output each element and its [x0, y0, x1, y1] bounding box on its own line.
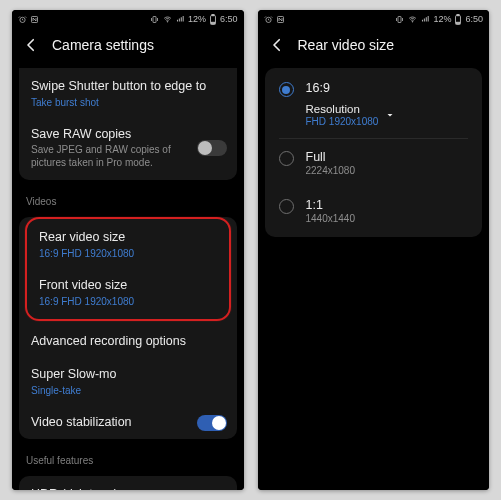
- header: Rear video size: [258, 28, 490, 62]
- highlight-video-sizes: Rear video size 16:9 FHD 1920x1080 Front…: [25, 217, 231, 320]
- svg-point-3: [167, 21, 168, 22]
- nfc-icon: [276, 15, 285, 24]
- row-sub: Take burst shot: [31, 96, 225, 109]
- row-sub: 16:9 FHD 1920x1080: [39, 247, 217, 260]
- option-sub: 1440x1440: [306, 213, 469, 224]
- section-videos: Videos: [12, 186, 244, 211]
- row-super-slow-mo[interactable]: Super Slow-mo Single-take: [19, 358, 237, 406]
- svg-rect-12: [457, 14, 459, 15]
- row-title: Rear video size: [39, 230, 217, 246]
- option-16-9[interactable]: 16:9 Resolution FHD 1920x1080: [265, 70, 483, 138]
- battery-icon: [209, 14, 217, 25]
- option-1-1[interactable]: 1:1 1440x1440: [265, 187, 483, 235]
- resolution-value: FHD 1920x1080: [306, 116, 379, 127]
- svg-rect-2: [153, 16, 156, 22]
- svg-rect-5: [212, 14, 214, 15]
- resolution-dropdown[interactable]: Resolution FHD 1920x1080: [306, 103, 469, 127]
- resolution-label: Resolution: [306, 103, 379, 115]
- row-advanced-recording[interactable]: Advanced recording options: [19, 325, 237, 359]
- svg-rect-13: [457, 22, 460, 23]
- battery-percent: 12%: [433, 14, 451, 24]
- row-title: HDR (rich tone): [31, 487, 225, 490]
- vibrate-icon: [395, 15, 404, 24]
- row-title: Save RAW copies: [31, 127, 225, 143]
- option-label: 1:1: [306, 198, 469, 212]
- option-label: 16:9: [306, 81, 469, 95]
- clock: 6:50: [465, 14, 483, 24]
- row-title: Video stabilization: [31, 415, 225, 431]
- status-bar: 12% 6:50: [12, 10, 244, 28]
- options-scroll[interactable]: 16:9 Resolution FHD 1920x1080 Full: [258, 62, 490, 490]
- header: Camera settings: [12, 28, 244, 62]
- section-useful: Useful features: [12, 445, 244, 470]
- row-video-stabilization[interactable]: Video stabilization: [19, 406, 237, 440]
- back-icon[interactable]: [22, 36, 40, 54]
- settings-scroll[interactable]: Swipe Shutter button to edge to Take bur…: [12, 62, 244, 490]
- option-full[interactable]: Full 2224x1080: [265, 139, 483, 187]
- alarm-icon: [18, 15, 27, 24]
- radio-icon[interactable]: [279, 82, 294, 97]
- status-bar: 12% 6:50: [258, 10, 490, 28]
- row-hdr[interactable]: HDR (rich tone) Apply when needed: [19, 478, 237, 490]
- signal-icon: [421, 15, 430, 24]
- row-title: Swipe Shutter button to edge to: [31, 79, 225, 95]
- page-title: Rear video size: [298, 37, 395, 53]
- row-title: Advanced recording options: [31, 334, 225, 350]
- battery-icon: [454, 14, 462, 25]
- alarm-icon: [264, 15, 273, 24]
- row-rear-video-size[interactable]: Rear video size 16:9 FHD 1920x1080: [27, 221, 229, 269]
- row-swipe-shutter[interactable]: Swipe Shutter button to edge to Take bur…: [19, 70, 237, 118]
- wifi-icon: [162, 15, 173, 24]
- vibrate-icon: [150, 15, 159, 24]
- row-sub: 16:9 FHD 1920x1080: [39, 295, 217, 308]
- phone-right: 12% 6:50 Rear video size 16:9 Resolution…: [258, 10, 490, 490]
- svg-point-10: [413, 21, 414, 22]
- radio-icon[interactable]: [279, 151, 294, 166]
- signal-icon: [176, 15, 185, 24]
- svg-rect-6: [211, 22, 214, 23]
- row-front-video-size[interactable]: Front video size 16:9 FHD 1920x1080: [27, 269, 229, 317]
- row-title: Super Slow-mo: [31, 367, 225, 383]
- svg-rect-9: [398, 16, 401, 22]
- option-label: Full: [306, 150, 469, 164]
- option-sub: 2224x1080: [306, 165, 469, 176]
- row-title: Front video size: [39, 278, 217, 294]
- toggle-video-stabilization[interactable]: [197, 415, 227, 431]
- page-title: Camera settings: [52, 37, 154, 53]
- toggle-save-raw[interactable]: [197, 140, 227, 156]
- back-icon[interactable]: [268, 36, 286, 54]
- clock: 6:50: [220, 14, 238, 24]
- chevron-down-icon: [384, 109, 396, 121]
- row-save-raw[interactable]: Save RAW copies Save JPEG and RAW copies…: [19, 118, 237, 179]
- radio-icon[interactable]: [279, 199, 294, 214]
- nfc-icon: [30, 15, 39, 24]
- battery-percent: 12%: [188, 14, 206, 24]
- row-sub: Single-take: [31, 384, 225, 397]
- wifi-icon: [407, 15, 418, 24]
- phone-left: 12% 6:50 Camera settings Swipe Shutter b…: [12, 10, 244, 490]
- row-sub: Save JPEG and RAW copies of pictures tak…: [31, 143, 225, 169]
